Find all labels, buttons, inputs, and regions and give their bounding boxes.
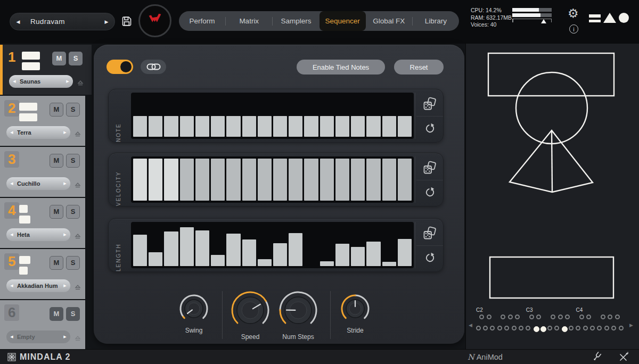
mute-button[interactable]: M [50, 205, 63, 219]
step-bar[interactable] [180, 227, 194, 266]
black-key-dot[interactable] [529, 315, 534, 319]
step-bar[interactable] [382, 262, 396, 266]
preset-next-button[interactable]: ▶ [99, 19, 114, 24]
step-bar[interactable] [211, 116, 225, 137]
step-bar[interactable] [226, 159, 240, 201]
step-bar[interactable] [382, 159, 396, 201]
mute-button[interactable]: M [52, 52, 66, 65]
black-key-dot[interactable] [487, 315, 491, 319]
step-bar[interactable] [211, 159, 225, 201]
preset-next-icon[interactable]: ▶ [60, 233, 70, 237]
track-preset-selector[interactable]: ◀Cuchillo▶ [6, 177, 70, 190]
mute-button[interactable]: M [50, 103, 63, 117]
knob-stride[interactable]: Stride [340, 293, 371, 334]
step-bar[interactable] [398, 159, 412, 201]
kb-scroll-left[interactable]: ◀ [469, 322, 472, 328]
tuning-fork-icon[interactable] [592, 352, 602, 364]
black-key-dot[interactable] [479, 315, 484, 319]
step-bar[interactable] [242, 239, 256, 266]
link-button[interactable] [141, 60, 166, 74]
settings-gear-icon[interactable]: ⚙ [568, 7, 579, 20]
step-bar[interactable] [289, 159, 302, 201]
black-key-dot[interactable] [551, 315, 555, 319]
eject-icon[interactable] [77, 78, 84, 88]
reset-cycle-icon[interactable] [416, 246, 443, 269]
white-key-dot[interactable] [619, 326, 624, 330]
step-bar[interactable] [258, 259, 272, 266]
step-bar[interactable] [335, 244, 349, 266]
step-bar[interactable] [382, 116, 396, 137]
track-preset-selector[interactable]: ◀Terra▶ [6, 126, 70, 139]
step-bar[interactable] [226, 234, 240, 266]
step-bar[interactable] [242, 159, 256, 201]
white-key-dot[interactable] [512, 326, 517, 330]
white-key-dot[interactable] [547, 326, 552, 330]
preset-prev-icon[interactable]: ◀ [6, 284, 17, 288]
step-bar[interactable] [320, 261, 334, 266]
step-display[interactable] [131, 222, 414, 268]
track-preset-selector[interactable]: ◀Akkadian Hum▶ [6, 279, 70, 292]
black-key-dot[interactable] [536, 315, 541, 319]
track-row-6[interactable]: 6MS◀Empty▶ [0, 300, 85, 350]
kb-scroll-right[interactable]: ▶ [629, 322, 633, 328]
track-preset-selector[interactable]: ◀Empty▶ [6, 330, 70, 343]
white-key-dot[interactable] [597, 326, 602, 330]
white-key-dot[interactable] [554, 326, 559, 330]
preset-next-icon[interactable]: ▶ [60, 130, 70, 135]
step-bar[interactable] [351, 247, 365, 266]
knob-speed[interactable]: Speed [230, 290, 271, 341]
preset-prev-icon[interactable]: ◀ [6, 233, 17, 237]
white-key-dot[interactable] [476, 326, 481, 330]
step-bar[interactable] [164, 231, 178, 266]
eject-icon[interactable] [75, 129, 81, 139]
black-key-dot[interactable] [515, 315, 520, 319]
note-mute-icon[interactable] [619, 352, 629, 364]
step-bar[interactable] [195, 116, 209, 137]
info-icon[interactable]: i [569, 24, 578, 34]
step-bar[interactable] [133, 159, 147, 201]
tab-matrix[interactable]: Matrix [226, 11, 272, 31]
black-key-dot[interactable] [586, 315, 591, 319]
white-key-dot[interactable] [583, 326, 588, 330]
step-bar[interactable] [258, 159, 272, 201]
mute-button[interactable]: M [50, 256, 63, 270]
tab-global-fx[interactable]: Global FX [366, 11, 412, 31]
black-key-dot[interactable] [565, 315, 570, 319]
step-bar[interactable] [304, 159, 318, 201]
step-display[interactable] [131, 156, 414, 203]
step-bar[interactable] [304, 116, 318, 137]
track-preset-selector[interactable]: ◀Saunas▶ [9, 75, 73, 88]
step-bar[interactable] [366, 242, 380, 266]
step-bar[interactable] [289, 116, 302, 137]
preset-next-icon[interactable]: ▶ [60, 284, 70, 288]
randomize-dice-icon[interactable] [416, 221, 443, 245]
white-key-dot[interactable] [504, 326, 509, 330]
enable-tied-notes-button[interactable]: Enable Tied Notes [297, 60, 385, 75]
step-bar[interactable] [149, 116, 162, 137]
eject-icon[interactable] [75, 334, 81, 343]
solo-button[interactable]: S [66, 103, 80, 117]
step-bar[interactable] [226, 116, 240, 137]
step-bar[interactable] [289, 233, 302, 266]
step-bar[interactable] [351, 159, 365, 201]
eject-icon[interactable] [75, 231, 81, 241]
solo-button[interactable]: S [66, 154, 80, 168]
step-display[interactable] [131, 93, 414, 139]
white-key-dot[interactable] [604, 326, 609, 330]
step-bar[interactable] [242, 116, 256, 137]
track-row-3[interactable]: 3MS◀Cuchillo▶ [0, 147, 85, 197]
step-bar[interactable] [180, 159, 194, 201]
preset-next-icon[interactable]: ▶ [60, 335, 70, 339]
step-bar[interactable] [335, 116, 349, 137]
white-key-dot-active[interactable] [534, 326, 539, 332]
save-icon[interactable] [121, 15, 133, 27]
white-key-dot[interactable] [519, 326, 523, 330]
solo-button[interactable]: S [66, 205, 80, 219]
white-key-dot[interactable] [526, 326, 530, 330]
reset-button[interactable]: Reset [394, 60, 444, 75]
preset-next-icon[interactable]: ▶ [60, 181, 70, 186]
tab-sequencer[interactable]: Sequencer [320, 11, 366, 31]
step-bar[interactable] [195, 230, 209, 266]
black-key-dot[interactable] [558, 315, 563, 319]
eject-icon[interactable] [75, 283, 81, 292]
